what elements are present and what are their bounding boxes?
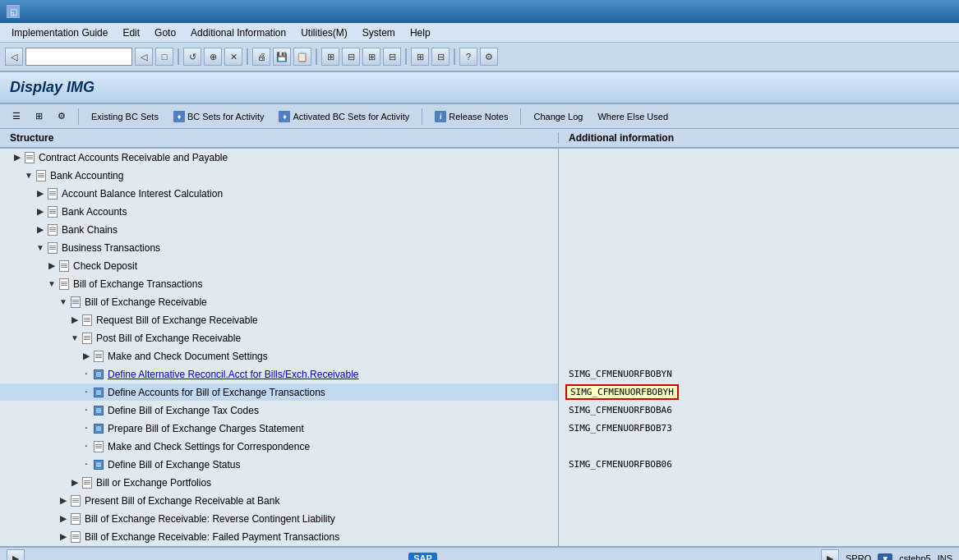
menu-implementation-guide[interactable]: Implementation Guide bbox=[5, 25, 114, 40]
toolbar-save-btn[interactable]: 💾 bbox=[273, 48, 291, 66]
tree-row-define-alternative-reconcil[interactable]: ·Define Alternative Reconcil.Acct for Bi… bbox=[0, 365, 558, 383]
tree-row-bank-chains[interactable]: ▶Bank Chains bbox=[0, 221, 558, 239]
toolbar-btn5[interactable]: ⊞ bbox=[321, 48, 339, 66]
tree-row-post-bill-exchange[interactable]: ▼Post Bill of Exchange Receivable bbox=[0, 329, 558, 347]
tree-toggle[interactable]: ▼ bbox=[23, 170, 35, 181]
info-pane: SIMG_CFMENUORFBOBYNSIMG_CFMENUORFBOBYHSI… bbox=[559, 149, 959, 546]
bc-sets-activity-btn[interactable]: ♦ BC Sets for Activity bbox=[168, 108, 270, 125]
activated-bc-sets-btn[interactable]: ♦ Activated BC Sets for Activity bbox=[273, 108, 415, 125]
info-row-define-accounts-bill: SIMG_CFMENUORFBOBYH bbox=[559, 383, 959, 402]
menu-edit[interactable]: Edit bbox=[116, 25, 146, 40]
toolbar-help-btn[interactable]: ? bbox=[459, 48, 477, 66]
tree-row-bill-exchange-reverse[interactable]: ▶Bill of Exchange Receivable: Reverse Co… bbox=[0, 510, 558, 528]
tree-row-bank-accounting[interactable]: ▼Bank Accounting bbox=[0, 167, 558, 185]
toolbar-nav-btn[interactable]: □ bbox=[155, 48, 173, 66]
tree-row-make-check-document[interactable]: ▶Make and Check Document Settings bbox=[0, 347, 558, 365]
tree-toggle[interactable]: ▼ bbox=[46, 278, 58, 290]
tree-row-request-bill-exchange[interactable]: ▶Request Bill of Exchange Receivable bbox=[0, 311, 558, 329]
tree-label: Define Bill of Exchange Status bbox=[108, 459, 240, 470]
menu-additional-information[interactable]: Additional Information bbox=[184, 25, 293, 40]
toolbar-btn9[interactable]: ⊞ bbox=[411, 48, 429, 66]
tree-toggle[interactable]: ▶ bbox=[58, 531, 69, 543]
tree-row-present-bill-exchange[interactable]: ▶Present Bill of Exchange Receivable at … bbox=[0, 492, 558, 510]
info-row-bill-exchange-portfolios bbox=[559, 474, 959, 492]
sec-btn-icon2[interactable]: ⊞ bbox=[30, 108, 48, 124]
tree-row-contract-accounts[interactable]: ▶Contract Accounts Receivable and Payabl… bbox=[0, 149, 558, 167]
page-icon bbox=[69, 513, 82, 525]
toolbar-btn6[interactable]: ⊟ bbox=[342, 48, 360, 66]
tree-row-check-deposit[interactable]: ▶Check Deposit bbox=[0, 257, 558, 275]
toolbar-settings-btn[interactable]: ⚙ bbox=[480, 48, 498, 66]
sec-btn-icon1[interactable]: ☰ bbox=[7, 108, 26, 124]
toolbar-btn10[interactable]: ⊟ bbox=[431, 48, 450, 66]
existing-bc-label: Existing BC Sets bbox=[91, 112, 159, 122]
tree-toggle[interactable]: ▼ bbox=[58, 296, 69, 308]
tree-toggle[interactable]: ▼ bbox=[69, 333, 81, 344]
tree-toggle[interactable]: ▶ bbox=[46, 260, 58, 272]
status-right-btn[interactable]: ▶ bbox=[821, 549, 839, 560]
activity-icon bbox=[92, 405, 105, 416]
toolbar-btn2[interactable]: ⊕ bbox=[204, 48, 222, 66]
tree-toggle[interactable]: ▶ bbox=[58, 495, 69, 507]
tree-toggle[interactable]: · bbox=[81, 369, 92, 380]
menu-goto[interactable]: Goto bbox=[148, 25, 182, 40]
tree-label[interactable]: Define Alternative Reconcil.Acct for Bil… bbox=[108, 369, 358, 380]
list-icon: ☰ bbox=[12, 111, 21, 122]
page-icon bbox=[23, 152, 36, 163]
info-row-define-bill-status: SIMG_CFMENUORFBOB06 bbox=[559, 456, 959, 474]
menu-system[interactable]: System bbox=[356, 25, 402, 40]
menu-utilities[interactable]: Utilities(M) bbox=[294, 25, 354, 40]
sec-sep-1 bbox=[78, 108, 79, 125]
tree-toggle[interactable]: ▶ bbox=[35, 188, 46, 200]
tree-row-define-bill-status[interactable]: ·Define Bill of Exchange Status bbox=[0, 456, 558, 474]
tree-toggle[interactable]: ▼ bbox=[35, 242, 46, 254]
tree-row-bill-exchange-transactions[interactable]: ▼Bill of Exchange Transactions bbox=[0, 275, 558, 293]
app-icon: ◱ bbox=[7, 5, 20, 18]
tree-row-make-check-correspondence[interactable]: ·Make and Check Settings for Corresponde… bbox=[0, 438, 558, 456]
sec-btn-icon3[interactable]: ⚙ bbox=[52, 108, 71, 124]
toolbar-btn3[interactable]: ✕ bbox=[224, 48, 242, 66]
status-mode: INS bbox=[938, 553, 952, 560]
tree-toggle[interactable]: ▶ bbox=[58, 513, 69, 525]
tree-row-bill-exchange-portfolios[interactable]: ▶Bill or Exchange Portfolios bbox=[0, 474, 558, 492]
toolbar-print-btn[interactable]: 🖨 bbox=[252, 48, 270, 66]
toolbar-btn4[interactable]: 📋 bbox=[293, 48, 311, 66]
tree-row-business-transactions[interactable]: ▼Business Transactions bbox=[0, 239, 558, 257]
tree-row-prepare-bill-charges[interactable]: ·Prepare Bill of Exchange Charges Statem… bbox=[0, 420, 558, 438]
info-row-account-balance bbox=[559, 185, 959, 203]
toolbar-input[interactable] bbox=[25, 48, 132, 66]
where-else-used-btn[interactable]: Where Else Used bbox=[592, 109, 674, 124]
info-row-prepare-bill-charges: SIMG_CFMENUORFBOB73 bbox=[559, 420, 959, 438]
tree-toggle[interactable]: ▶ bbox=[81, 351, 92, 362]
tree-toggle[interactable]: ▶ bbox=[35, 206, 46, 218]
change-log-btn[interactable]: Change Log bbox=[528, 109, 588, 124]
tree-toggle[interactable]: · bbox=[81, 459, 92, 470]
toolbar-btn7[interactable]: ⊞ bbox=[362, 48, 380, 66]
tree-row-account-balance[interactable]: ▶Account Balance Interest Calculation bbox=[0, 185, 558, 203]
toolbar-btn8[interactable]: ⊟ bbox=[383, 48, 401, 66]
toolbar-refresh-btn[interactable]: ↺ bbox=[183, 48, 201, 66]
tree-row-bill-exchange-failed[interactable]: ▶Bill of Exchange Receivable: Failed Pay… bbox=[0, 528, 558, 546]
tree-row-bill-exchange-receivable[interactable]: ▼Bill of Exchange Receivable bbox=[0, 293, 558, 311]
toolbar-sep-3 bbox=[316, 48, 317, 65]
tree-row-bank-accounts[interactable]: ▶Bank Accounts bbox=[0, 203, 558, 221]
tree-toggle[interactable]: · bbox=[81, 405, 92, 416]
tree-label: Bill of Exchange Receivable bbox=[85, 296, 207, 308]
info-icon: i bbox=[435, 111, 446, 122]
tree-row-define-bill-tax-codes[interactable]: ·Define Bill of Exchange Tax Codes bbox=[0, 402, 558, 420]
toolbar-left-btn[interactable]: ◁ bbox=[135, 48, 153, 66]
status-nav-btn[interactable]: ▶ bbox=[7, 549, 25, 560]
menu-help[interactable]: Help bbox=[403, 25, 437, 40]
toolbar-back-btn[interactable]: ◁ bbox=[5, 48, 23, 66]
tree-toggle[interactable]: · bbox=[81, 441, 92, 452]
tree-toggle[interactable]: ▶ bbox=[12, 152, 23, 163]
tree-toggle[interactable]: ▶ bbox=[69, 314, 81, 326]
tree-row-define-accounts-bill[interactable]: ·Define Accounts for Bill of Exchange Tr… bbox=[0, 383, 558, 402]
existing-bc-sets-btn[interactable]: Existing BC Sets bbox=[85, 109, 164, 124]
release-notes-btn[interactable]: i Release Notes bbox=[429, 108, 514, 125]
tree-toggle[interactable]: · bbox=[81, 423, 92, 434]
tree-toggle[interactable]: · bbox=[81, 387, 92, 398]
page-title: Display IMG bbox=[10, 79, 95, 96]
tree-toggle[interactable]: ▶ bbox=[69, 477, 81, 489]
tree-toggle[interactable]: ▶ bbox=[35, 224, 46, 236]
